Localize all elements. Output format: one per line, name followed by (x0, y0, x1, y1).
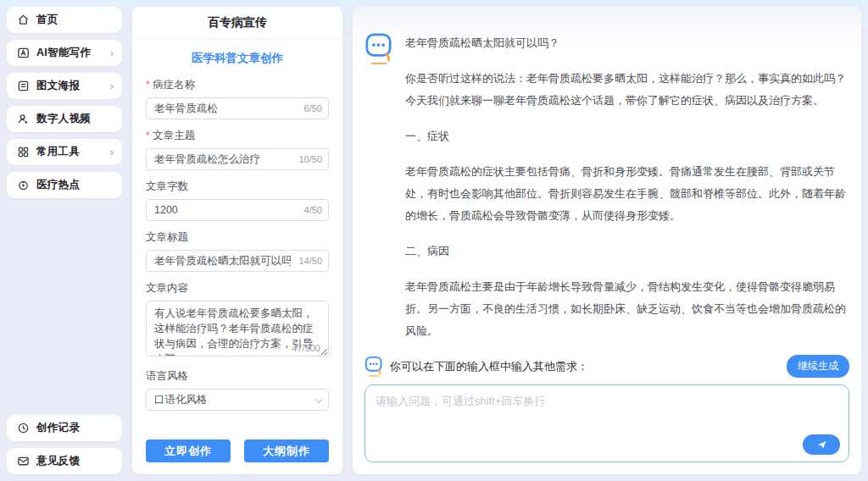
sidebar-item-medical-hot[interactable]: 医疗热点 (7, 172, 122, 198)
language-style-select[interactable]: 口语化风格 (146, 389, 329, 411)
field-label: 语言风格 (146, 369, 329, 384)
assistant-message: 老年骨质疏松晒太阳就可以吗？ 你是否听过这样的说法：老年骨质疏松要多晒太阳，这样… (364, 32, 846, 351)
section-body: 老年骨质疏松的症状主要包括骨痛、骨折和身形变矮。骨痛通常发生在腰部、背部或关节处… (405, 161, 846, 227)
article-title-input[interactable] (146, 250, 329, 272)
chevron-right-icon: › (110, 147, 114, 158)
paper-plane-icon (816, 440, 827, 451)
field-article-title: 文章标题 14/50 (146, 230, 329, 272)
tools-icon (17, 146, 30, 158)
chevron-right-icon: › (110, 47, 114, 58)
article-content-textarea[interactable]: 有人说老年骨质疏松要多晒太阳，这样能治疗吗？老年骨质疏松的症状与病因，合理的治疗… (146, 301, 329, 357)
field-label: 文章主题 (146, 129, 329, 143)
app-root: 首页 AI智能写作 › 图文海报 › 数字人视频 常用工 (0, 0, 868, 481)
ai-writing-icon (17, 47, 30, 59)
poster-icon (17, 80, 30, 92)
article-intro: 你是否听过这样的说法：老年骨质疏松要多晒太阳，这样能治疗？那么，事实真的如此吗？… (405, 68, 846, 112)
assistant-avatar-logo-icon (364, 356, 383, 378)
field-article-content: 文章内容 有人说老年骨质疏松要多晒太阳，这样能治疗吗？老年骨质疏松的症状与病因，… (146, 281, 329, 360)
field-label: 文章字数 (146, 180, 329, 194)
chat-message-area[interactable]: 老年骨质疏松晒太阳就可以吗？ 你是否听过这样的说法：老年骨质疏松要多晒太阳，这样… (353, 7, 861, 351)
home-icon (17, 14, 30, 26)
article-topic-input[interactable] (146, 148, 329, 170)
continue-generate-button[interactable]: 继续生成 (787, 355, 849, 378)
sidebar-item-label: 意见反馈 (36, 454, 114, 468)
sidebar-item-home[interactable]: 首页 (7, 7, 122, 33)
article-generated-title: 老年骨质疏松晒太阳就可以吗？ (405, 32, 846, 54)
input-hint-text: 你可以在下面的输入框中输入其他需求： (390, 359, 787, 374)
field-label: 文章标题 (146, 230, 329, 245)
question-input[interactable] (376, 394, 838, 436)
section-body: 老年骨质疏松主要是由于年龄增长导致骨量减少，骨结构发生变化，使得骨骼变得脆弱易折… (405, 276, 846, 342)
sidebar-item-label: 创作记录 (36, 421, 114, 435)
sidebar-item-label: 常用工具 (36, 145, 110, 159)
generation-result-panel: 老年骨质疏松晒太阳就可以吗？ 你是否听过这样的说法：老年骨质疏松要多晒太阳，这样… (353, 7, 861, 474)
outline-create-button[interactable]: 大纲制作 (244, 440, 329, 462)
field-word-count: 文章字数 4/50 (146, 180, 329, 221)
sidebar-item-label: 医疗热点 (36, 178, 114, 192)
sidebar-item-label: 数字人视频 (36, 112, 114, 126)
sidebar-item-label: 图文海报 (36, 79, 110, 93)
form-body: 医学科普文章创作 病症名称 6/50 文章主题 10/50 文章字数 (132, 39, 342, 431)
history-clock-icon (17, 422, 30, 434)
digital-human-icon (17, 113, 30, 125)
medical-hot-icon (17, 179, 30, 191)
field-label: 病症名称 (146, 78, 329, 92)
section-heading: 二、病因 (405, 240, 846, 263)
assistant-avatar-logo-icon (364, 32, 393, 66)
field-disease-name: 病症名称 6/50 (146, 78, 329, 119)
send-button[interactable] (803, 434, 840, 455)
sidebar-item-poster[interactable]: 图文海报 › (7, 73, 122, 99)
form-footer: 立即创作 大纲制作 (132, 431, 342, 474)
sidebar: 首页 AI智能写作 › 图文海报 › 数字人视频 常用工 (7, 7, 122, 474)
question-input-box (364, 384, 849, 462)
chevron-right-icon: › (110, 80, 114, 91)
field-language-style: 语言风格 口语化风格 (146, 369, 329, 411)
field-label: 文章内容 (146, 281, 329, 296)
sidebar-item-history[interactable]: 创作记录 (7, 415, 122, 441)
form-subtitle: 医学科普文章创作 (146, 51, 329, 66)
sidebar-item-ai-writing[interactable]: AI智能写作 › (7, 40, 122, 66)
sidebar-item-tools[interactable]: 常用工具 › (7, 139, 122, 165)
chat-input-area: 你可以在下面的输入框中输入其他需求： 继续生成 (353, 351, 861, 474)
word-count-input[interactable] (146, 199, 329, 221)
creation-form-panel: 百专病宣传 医学科普文章创作 病症名称 6/50 文章主题 10/50 文章字数 (132, 7, 342, 474)
feedback-envelope-icon (17, 455, 30, 467)
form-title: 百专病宣传 (132, 7, 342, 39)
create-now-button[interactable]: 立即创作 (146, 440, 231, 462)
assistant-message-content: 老年骨质疏松晒太阳就可以吗？ 你是否听过这样的说法：老年骨质疏松要多晒太阳，这样… (405, 32, 846, 351)
sidebar-item-digital-human[interactable]: 数字人视频 (7, 106, 122, 132)
sidebar-item-label: 首页 (36, 13, 114, 27)
field-article-topic: 文章主题 10/50 (146, 129, 329, 170)
sidebar-item-feedback[interactable]: 意见反馈 (7, 448, 122, 474)
disease-name-input[interactable] (146, 97, 329, 119)
sidebar-item-label: AI智能写作 (36, 46, 110, 60)
sidebar-spacer (7, 205, 122, 415)
hint-row: 你可以在下面的输入框中输入其他需求： 继续生成 (364, 355, 849, 378)
section-heading: 一、症状 (405, 125, 846, 147)
